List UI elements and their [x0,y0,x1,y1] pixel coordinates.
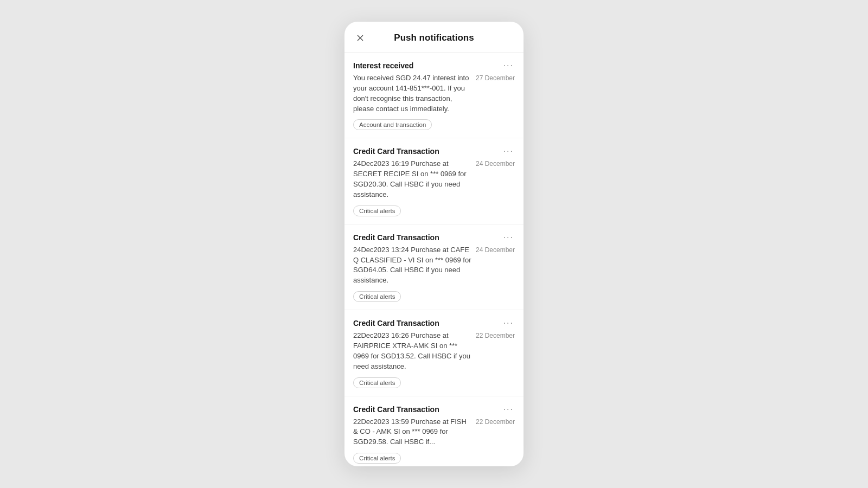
notification-body: 24Dec2023 16:19 Purchase at SECRET RECIP… [353,159,471,200]
notification-body: 22Dec2023 16:26 Purchase at FAIRPRICE XT… [353,331,471,371]
notification-top-row: Interest received ··· [353,61,515,70]
notification-body: 22Dec2023 13:59 Purchase at FISH & CO - … [353,417,471,448]
notification-date: 22 December [476,332,515,339]
notification-body: You received SGD 24.47 interest into you… [353,73,471,114]
push-notifications-panel: Push notifications Interest received ···… [344,22,524,466]
close-button[interactable] [353,31,367,45]
notification-tag[interactable]: Critical alerts [353,453,401,464]
notification-top-row: Credit Card Transaction ··· [353,319,515,328]
notification-menu-button[interactable]: ··· [502,61,515,70]
notification-body: 24Dec2023 13:24 Purchase at CAFE Q CLASS… [353,245,471,286]
notification-body-row: 22Dec2023 13:59 Purchase at FISH & CO - … [353,417,515,448]
notification-title: Interest received [353,61,502,70]
notification-menu-button[interactable]: ··· [502,319,515,328]
notification-title: Credit Card Transaction [353,147,502,156]
notification-body-row: You received SGD 24.47 interest into you… [353,73,515,114]
notification-date: 24 December [476,160,515,168]
notification-top-row: Credit Card Transaction ··· [353,147,515,156]
notification-title: Credit Card Transaction [353,233,502,242]
notification-item: Credit Card Transaction ··· 24Dec2023 13… [344,224,524,310]
notification-item: Credit Card Transaction ··· 22Dec2023 13… [344,396,524,467]
notification-tag[interactable]: Critical alerts [353,206,401,216]
notification-date: 27 December [476,74,515,82]
notification-tag[interactable]: Critical alerts [353,291,401,302]
panel-header: Push notifications [344,22,524,53]
notification-title: Credit Card Transaction [353,405,502,414]
notification-date: 24 December [476,246,515,254]
notification-menu-button[interactable]: ··· [502,233,515,242]
notification-tag[interactable]: Critical alerts [353,377,401,388]
notification-item: Credit Card Transaction ··· 22Dec2023 16… [344,310,524,396]
notification-tag[interactable]: Account and transaction [353,119,432,130]
notification-date: 22 December [476,418,515,426]
notification-top-row: Credit Card Transaction ··· [353,405,515,414]
notification-item: Interest received ··· You received SGD 2… [344,53,524,138]
notification-body-row: 22Dec2023 16:26 Purchase at FAIRPRICE XT… [353,331,515,371]
notification-item: Credit Card Transaction ··· 24Dec2023 16… [344,138,524,224]
notification-menu-button[interactable]: ··· [502,405,515,414]
notifications-list: Interest received ··· You received SGD 2… [344,53,524,466]
panel-title: Push notifications [394,33,474,43]
notification-menu-button[interactable]: ··· [502,147,515,156]
notification-body-row: 24Dec2023 13:24 Purchase at CAFE Q CLASS… [353,245,515,286]
notification-top-row: Credit Card Transaction ··· [353,233,515,242]
notification-body-row: 24Dec2023 16:19 Purchase at SECRET RECIP… [353,159,515,200]
notification-title: Credit Card Transaction [353,319,502,328]
